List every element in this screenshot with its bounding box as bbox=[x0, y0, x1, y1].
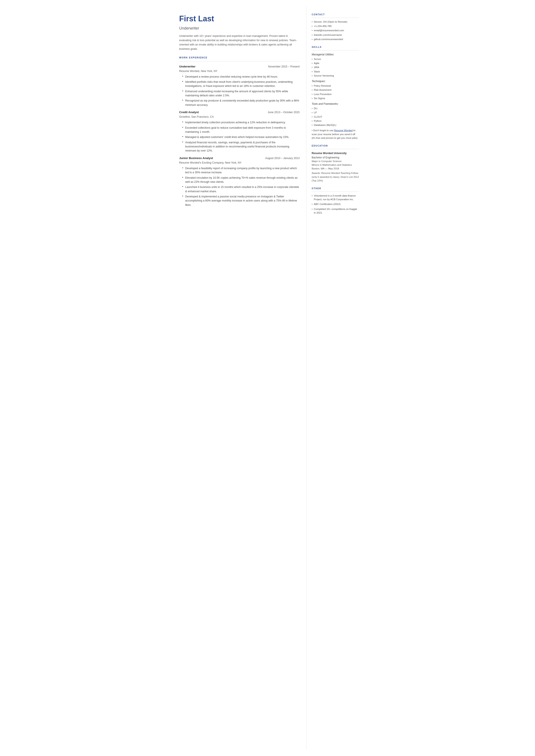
job-1-dates: November 2015 – Present bbox=[268, 65, 300, 69]
list-item: Exceeded collections goal to reduce cumu… bbox=[182, 126, 300, 134]
education-section-label: EDUCATION bbox=[312, 144, 359, 148]
contact-item-linkedin: linkedin.com/in/username bbox=[312, 33, 359, 37]
job-2-header: Credit Analyst June 2013 – October 2015 bbox=[179, 110, 300, 114]
summary-text: Underwriter with 10+ years' experience a… bbox=[179, 34, 300, 51]
list-item: Scrum bbox=[312, 57, 359, 61]
job-3-title: Junior Business Analyst bbox=[179, 156, 213, 160]
skills-section-label: SKILLS bbox=[312, 45, 359, 49]
promo-text: • Don't forget to use Resume Worded to s… bbox=[312, 129, 359, 140]
candidate-title: Underwriter bbox=[179, 25, 300, 31]
edu-school: Resume Worded University bbox=[312, 151, 359, 155]
skills-managerial-list: Scrum Agile JIRA Slack Source Versioning bbox=[312, 57, 359, 78]
job-2-title: Credit Analyst bbox=[179, 110, 199, 114]
education-divider bbox=[312, 149, 359, 149]
work-experience-label: WORK EXPERIENCE bbox=[179, 56, 300, 60]
list-item: Developed a review process checklist red… bbox=[182, 75, 300, 79]
resume-worded-link[interactable]: Resume Worded bbox=[334, 129, 353, 132]
list-item: Source Versioning bbox=[312, 74, 359, 78]
list-item: Volunteered in a 3-month data finance Pr… bbox=[312, 194, 359, 202]
list-item: JIRA bbox=[312, 66, 359, 69]
skills-tools-list: DU LP CLOUT Python Databases (MySQL) bbox=[312, 107, 359, 127]
list-item: Loss Prevention bbox=[312, 93, 359, 96]
list-item: CLOUT bbox=[312, 115, 359, 119]
right-column: CONTACT Denver, OH (Open to Remote) +1-2… bbox=[306, 7, 365, 749]
skills-category-tools: Tools and Frameworks: bbox=[312, 102, 359, 106]
edu-minors: Minors in Mathematics and Statistics bbox=[312, 163, 359, 167]
contact-section-label: CONTACT bbox=[312, 13, 359, 16]
job-1-bullets: Developed a review process checklist red… bbox=[179, 75, 300, 107]
list-item: Python bbox=[312, 119, 359, 123]
list-item: Completed 10+ competitions on Kaggle in … bbox=[312, 207, 359, 215]
skills-divider bbox=[312, 50, 359, 50]
edu-awards: Awards: Resume Worded Teaching Fellow (o… bbox=[312, 171, 359, 182]
list-item: DU bbox=[312, 107, 359, 110]
list-item: Recognized as top producer & consistentl… bbox=[182, 99, 300, 107]
list-item: Six Sigma bbox=[312, 97, 359, 100]
job-1: Underwriter November 2015 – Present Resu… bbox=[179, 65, 300, 107]
job-1-title: Underwriter bbox=[179, 65, 196, 69]
job-1-company: Resume Worded, New York, NY bbox=[179, 69, 300, 73]
list-item: Managed & adjusted customers' credit lin… bbox=[182, 135, 300, 139]
job-1-header: Underwriter November 2015 – Present bbox=[179, 65, 300, 69]
contact-item-location: Denver, OH (Open to Remote) bbox=[312, 20, 359, 24]
contact-item-phone: +1-234-456-789 bbox=[312, 24, 359, 28]
job-3: Junior Business Analyst August 2010 – Ja… bbox=[179, 156, 300, 207]
other-section-label: OTHER bbox=[312, 187, 359, 190]
list-item: Identified portfolio risks that result f… bbox=[182, 80, 300, 88]
list-item: Slack bbox=[312, 70, 359, 73]
list-item: Developed a feasibility report of increa… bbox=[182, 166, 300, 175]
other-list: Volunteered in a 3-month data finance Pr… bbox=[312, 194, 359, 215]
job-2: Credit Analyst June 2013 – October 2015 … bbox=[179, 110, 300, 153]
edu-location-date: Boston, MA — May 2018 bbox=[312, 167, 359, 170]
edu-major: Major in Computer Science bbox=[312, 159, 359, 163]
list-item: ABC Certification (2022) bbox=[312, 202, 359, 206]
job-2-bullets: Implemented timely collection procedures… bbox=[179, 121, 300, 153]
skills-category-managerial: Managerial Utilities: bbox=[312, 53, 359, 56]
list-item: Policy Renewal bbox=[312, 84, 359, 88]
resume-page: First Last Underwriter Underwriter with … bbox=[171, 0, 365, 756]
candidate-name: First Last bbox=[179, 13, 300, 25]
list-item: Enhanced underwriting model increasing t… bbox=[182, 90, 300, 98]
list-item: Risk Assesment bbox=[312, 88, 359, 92]
list-item: Elevated circulation by 10.5K copies ach… bbox=[182, 176, 300, 184]
job-3-bullets: Developed a feasibility report of increa… bbox=[179, 166, 300, 207]
list-item: Developed & implemented a passive social… bbox=[182, 195, 300, 207]
job-3-dates: August 2010 – January 2013 bbox=[265, 156, 300, 160]
job-2-dates: June 2013 – October 2015 bbox=[268, 110, 299, 114]
edu-degree: Bachelor of Engineering bbox=[312, 155, 359, 159]
job-3-company: Resume Worded's Exciting Company, New Yo… bbox=[179, 161, 300, 165]
list-item: Databases (MySQL) bbox=[312, 123, 359, 127]
skills-techniques-list: Policy Renewal Risk Assesment Loss Preve… bbox=[312, 84, 359, 100]
list-item: Analyzed financial records, savings, ear… bbox=[182, 141, 300, 153]
job-2-company: Growthsi, San Francisco, CA bbox=[179, 115, 300, 119]
contact-item-github: github.com/resumeworded bbox=[312, 38, 359, 41]
list-item: Launched 4 business units in 15 months w… bbox=[182, 185, 300, 193]
contact-list: Denver, OH (Open to Remote) +1-234-456-7… bbox=[312, 20, 359, 41]
job-3-header: Junior Business Analyst August 2010 – Ja… bbox=[179, 156, 300, 160]
skills-category-techniques: Techniques: bbox=[312, 79, 359, 83]
list-item: Implemented timely collection procedures… bbox=[182, 121, 300, 125]
contact-item-email: email@resumeworded.com bbox=[312, 29, 359, 32]
list-item: LP bbox=[312, 111, 359, 114]
list-item: Agile bbox=[312, 61, 359, 65]
left-column: First Last Underwriter Underwriter with … bbox=[171, 7, 306, 749]
